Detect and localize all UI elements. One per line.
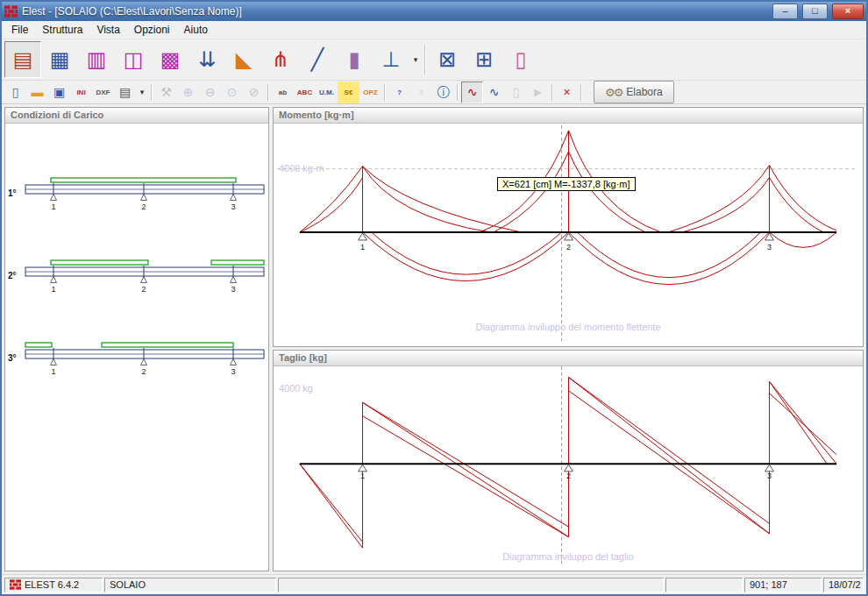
close-button[interactable]: ×	[832, 4, 864, 19]
maximize-button[interactable]: □	[802, 4, 828, 19]
status-app-version: ELEST 6.4.2	[4, 578, 103, 592]
support-number: 1	[51, 202, 55, 211]
save-icon[interactable]: ▣	[48, 82, 70, 103]
opzioni-icon[interactable]: OPZ	[359, 82, 381, 103]
pilastro-cls-icon[interactable]: ▮	[336, 41, 373, 78]
telaio-icon[interactable]: ⊞	[466, 41, 502, 78]
load-segment	[211, 260, 264, 265]
moment-envelope-curve	[363, 232, 569, 281]
moment-envelope-curve	[769, 178, 823, 233]
gears-icon: ⚙⚙	[605, 86, 622, 99]
menu-item-aiuto[interactable]: Aiuto	[177, 22, 215, 38]
support-number: 2	[566, 472, 571, 481]
new-document-icon[interactable]: ▯	[4, 82, 26, 103]
moment-chart-area[interactable]: X=621 [cm] M=-1337,8 [kg·m] 4000 kg·mDia…	[274, 124, 863, 346]
support-triangle	[765, 233, 773, 240]
tools-icon[interactable]: ⚒	[155, 82, 177, 103]
elabora-button[interactable]: ⚙⚙ Elabora	[594, 81, 674, 103]
menu-item-struttura[interactable]: Struttura	[35, 22, 89, 38]
support-triangle	[359, 465, 367, 472]
statusbar: ELEST 6.4.2 SOLAIO 901; 187 18/07/2	[2, 574, 866, 594]
moment-envelope-curve	[769, 232, 836, 247]
annulla-icon-glyph: ×	[563, 86, 570, 98]
ini-file-icon[interactable]: INI	[70, 82, 92, 103]
support-number: 3	[231, 285, 235, 294]
moment-envelope-curve	[769, 166, 836, 231]
load-segment	[51, 260, 148, 265]
status-coordinates-text: 901; 187	[750, 579, 787, 590]
pilastro-icon[interactable]: ⊥	[373, 41, 409, 78]
support-triangle	[565, 465, 573, 472]
zoom-window-icon[interactable]: ⊙	[221, 82, 243, 103]
plinto-icon[interactable]: ⋔	[262, 41, 299, 78]
shear-envelope-line	[568, 391, 769, 534]
zoom-extents-icon[interactable]: ⊘	[243, 82, 265, 103]
toolbar-separator	[151, 84, 153, 101]
valuta-icon[interactable]: S€	[338, 82, 359, 103]
zoom-in-icon[interactable]: ⊕	[177, 82, 199, 103]
shear-envelope-line	[568, 377, 769, 523]
pareti-icon[interactable]: ◫	[115, 41, 152, 78]
solaio-icon[interactable]: ▤	[4, 41, 41, 78]
sezione-icon[interactable]: ▯	[502, 41, 539, 78]
trave-continua-icon[interactable]: ⊠	[429, 41, 466, 78]
dxf-export-icon-glyph: DXF	[96, 89, 110, 96]
save-icon-glyph: ▣	[53, 86, 65, 98]
relazione-icon[interactable]: ▯	[505, 82, 527, 103]
help-context-icon[interactable]: ?	[410, 82, 432, 103]
annulla-icon[interactable]: ×	[556, 82, 578, 103]
menu-item-opzioni[interactable]: Opzioni	[127, 22, 177, 38]
parete-doppia-icon[interactable]: ▥	[78, 41, 115, 78]
status-logo-icon	[10, 579, 21, 590]
parete-doppia-icon-glyph: ▥	[87, 49, 107, 70]
titlebar: Elest - [SOLAIO (C:\Elest\Lavori\Senza N…	[2, 2, 866, 21]
unita-misura-icon[interactable]: U.M.	[316, 82, 338, 103]
toolbar-separator	[424, 45, 426, 74]
solaio-icon-glyph: ▤	[13, 49, 33, 70]
info-icon[interactable]: ⓘ	[432, 82, 454, 103]
support-triangle	[765, 465, 773, 472]
dxf-export-icon[interactable]: DXF	[92, 82, 114, 103]
support-triangle	[141, 195, 147, 201]
testi-icon[interactable]: ab	[272, 82, 294, 103]
toolbar-separator	[551, 84, 553, 101]
carichi-distribuiti-icon[interactable]: ⇊	[189, 41, 225, 78]
pannelli-icon[interactable]: ▩	[152, 41, 189, 78]
opzioni-icon-glyph: OPZ	[363, 89, 377, 96]
minimize-button[interactable]: –	[772, 4, 798, 19]
zoom-out-icon[interactable]: ⊖	[199, 82, 221, 103]
pannelli-icon-glyph: ▩	[160, 49, 181, 70]
falda-inclinata-icon[interactable]: ╱	[299, 41, 336, 78]
status-document: SOLAIO	[104, 578, 276, 592]
support-number: 2	[141, 367, 146, 376]
help-context-icon-glyph: ?	[419, 89, 423, 96]
telaio-icon-glyph: ⊞	[475, 49, 493, 70]
new-document-icon-glyph: ▯	[12, 86, 19, 98]
shear-envelope-line	[769, 381, 836, 464]
standard-toolbar: ▯▬▣INIDXF▤▾⚒⊕⊖⊙⊘abABCU.M.S€OPZ??ⓘ∿∿▯►× ⚙…	[2, 81, 866, 104]
status-coordinates: 901; 187	[744, 578, 822, 592]
load-segment	[102, 343, 233, 347]
relazione-icon-glyph: ▯	[513, 86, 520, 98]
cursor-tooltip: X=621 [cm] M=-1337,8 [kg·m]	[497, 177, 636, 191]
menu-item-vista[interactable]: Vista	[89, 22, 126, 38]
menu-item-file[interactable]: File	[4, 22, 35, 38]
help-icon[interactable]: ?	[388, 82, 410, 103]
abc-spellcheck-icon[interactable]: ABC	[294, 82, 316, 103]
moment-envelope-curve	[668, 166, 769, 232]
shear-chart-area[interactable]: 4000 kgDiagramma inviluppo del taglio123	[274, 366, 863, 571]
trave-con-carichi-icon[interactable]: ▦	[41, 41, 78, 78]
muro-di-sostegno-icon[interactable]: ◣	[225, 41, 262, 78]
support-triangle	[231, 359, 237, 365]
support-number: 1	[360, 243, 365, 252]
moment-panel: Momento [kg·m] X=621 [cm] M=-1337,8 [kg·…	[273, 107, 864, 347]
print-icon[interactable]: ▤	[114, 82, 136, 103]
open-folder-icon[interactable]: ▬	[26, 82, 48, 103]
esporta-icon[interactable]: ►	[527, 82, 549, 103]
print-dropdown-arrow[interactable]: ▾	[136, 82, 148, 103]
inviluppo-momento-icon[interactable]: ∿	[461, 82, 483, 103]
inviluppo-taglio-icon[interactable]: ∿	[483, 82, 505, 103]
moment-envelope-curve	[494, 152, 569, 232]
pilastro-dropdown-arrow[interactable]: ▾	[409, 41, 422, 78]
zoom-out-icon-glyph: ⊖	[205, 86, 216, 98]
